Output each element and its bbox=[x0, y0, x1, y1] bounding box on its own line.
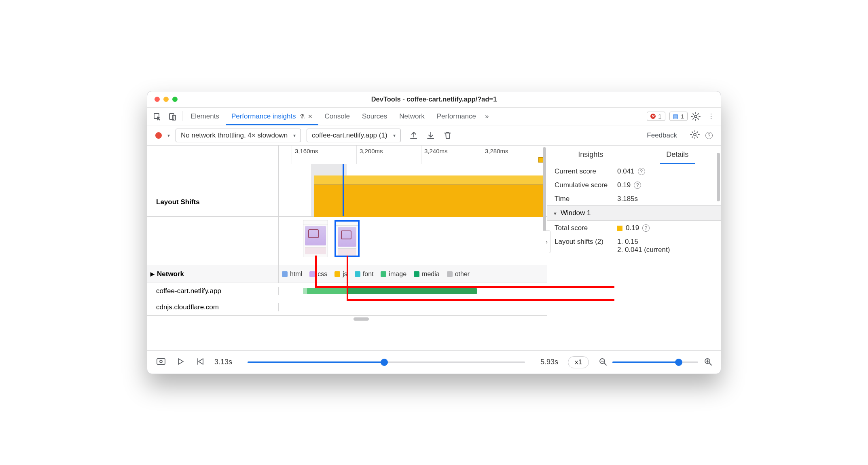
time-start: 3.13s bbox=[214, 358, 232, 366]
svg-point-3 bbox=[694, 133, 696, 136]
window-section-header[interactable]: ▼ Window 1 bbox=[547, 205, 721, 221]
tab-console[interactable]: Console bbox=[319, 108, 356, 125]
close-dot[interactable] bbox=[155, 97, 160, 102]
legend-css: css bbox=[309, 271, 327, 278]
time-end: 5.93s bbox=[540, 358, 558, 366]
network-track-header: ▶ Network html css js font image media o… bbox=[147, 265, 547, 283]
errors-badge[interactable]: ✕ 1 bbox=[647, 112, 665, 121]
legend-other: other bbox=[447, 271, 470, 278]
script-block bbox=[314, 175, 543, 184]
legend-font: font bbox=[355, 271, 374, 278]
details-tabs: Insights Details bbox=[547, 146, 721, 164]
svg-rect-0 bbox=[169, 114, 174, 119]
toolbar-icons bbox=[409, 131, 451, 140]
kv-total-score: Total score 0.19? bbox=[547, 221, 721, 235]
time-ruler[interactable]: 3,160ms 3,200ms 3,240ms 3,280ms bbox=[147, 146, 547, 164]
flask-icon: ⚗ bbox=[299, 113, 305, 120]
ruler-tick: 3,200ms bbox=[360, 148, 383, 154]
throttling-select[interactable]: No network throttling, 4× slowdown▾ bbox=[176, 129, 301, 142]
network-row[interactable]: cdnjs.cloudflare.com bbox=[147, 299, 547, 315]
legend-image: image bbox=[381, 271, 406, 278]
zoom-out-icon[interactable] bbox=[599, 357, 607, 367]
details-pane: › Insights Details Current score 0.041? … bbox=[547, 146, 721, 350]
flame-track: Layout Shifts bbox=[147, 164, 547, 217]
tab-elements[interactable]: Elements bbox=[185, 108, 225, 125]
kv-layout-shifts: Layout shifts (2) 1. 0.15 2. 0.041 (curr… bbox=[547, 235, 721, 256]
layout-shift-item[interactable]: 2. 0.041 (current) bbox=[617, 246, 670, 254]
ruler-tick: 3,240ms bbox=[424, 148, 448, 154]
upload-icon[interactable] bbox=[409, 131, 417, 140]
pane-expand-handle[interactable]: › bbox=[543, 230, 550, 253]
expand-triangle-icon: ▶ bbox=[150, 271, 155, 277]
help-icon[interactable]: ? bbox=[642, 224, 650, 232]
help-icon[interactable]: ? bbox=[638, 168, 645, 175]
minimize-dot[interactable] bbox=[163, 97, 169, 102]
more-tabs[interactable]: » bbox=[483, 108, 491, 125]
record-chevron-icon[interactable]: ▾ bbox=[167, 133, 170, 138]
timeline-footer: 3.13s 5.93s x1 bbox=[147, 350, 721, 374]
legend-js: js bbox=[334, 271, 347, 278]
ruler-tick: 3,280ms bbox=[485, 148, 508, 154]
error-dot-icon: ✕ bbox=[650, 114, 656, 119]
vertical-scrollbar[interactable] bbox=[716, 146, 721, 350]
chevron-down-icon: ▼ bbox=[553, 211, 557, 216]
zoom-in-icon[interactable] bbox=[704, 357, 712, 367]
messages-badge[interactable]: ▤ 1 bbox=[669, 112, 688, 121]
score-color-swatch bbox=[617, 226, 622, 231]
tab-insights[interactable]: Insights bbox=[547, 146, 634, 164]
tab-details[interactable]: Details bbox=[634, 146, 721, 164]
horizontal-scrollbar[interactable] bbox=[147, 315, 547, 322]
layout-shift-item[interactable]: 1. 0.15 bbox=[617, 238, 670, 246]
zoom-controls bbox=[599, 357, 712, 367]
kv-current-score: Current score 0.041? bbox=[547, 164, 721, 178]
network-row[interactable]: coffee-cart.netlify.app bbox=[147, 283, 547, 299]
window-title: DevTools - coffee-cart.netlify.app/?ad=1 bbox=[147, 95, 721, 103]
kebab-menu-icon[interactable]: ⋮ bbox=[704, 108, 718, 125]
legend-media: media bbox=[414, 271, 440, 278]
tab-label: Performance insights bbox=[231, 112, 296, 120]
kv-time: Time 3.185s bbox=[547, 192, 721, 205]
page-select[interactable]: coffee-cart.netlify.app (1)▾ bbox=[307, 129, 400, 142]
tab-sources[interactable]: Sources bbox=[356, 108, 393, 125]
close-icon[interactable]: ✕ bbox=[308, 113, 313, 120]
legend-html: html bbox=[282, 271, 302, 278]
layout-shift-thumbnail[interactable] bbox=[303, 220, 328, 257]
perf-insights-toolbar: ▾ No network throttling, 4× slowdown▾ co… bbox=[147, 125, 721, 146]
settings-gear-icon[interactable] bbox=[688, 108, 703, 125]
layout-shifts-track bbox=[147, 217, 547, 265]
panel-settings-icon[interactable] bbox=[690, 130, 700, 141]
layout-shift-thumbnail-selected[interactable] bbox=[334, 220, 360, 257]
status-badges: ✕ 1 ▤ 1 bbox=[647, 108, 688, 125]
play-icon[interactable] bbox=[176, 357, 185, 368]
network-label[interactable]: ▶ Network bbox=[147, 265, 279, 283]
timeline-area: 3,160ms 3,200ms 3,240ms 3,280ms Layout S… bbox=[147, 146, 547, 350]
record-button[interactable] bbox=[155, 132, 162, 139]
zoom-slider[interactable] bbox=[612, 361, 698, 363]
playback-speed[interactable]: x1 bbox=[568, 356, 589, 368]
device-toolbar-icon[interactable] bbox=[165, 108, 180, 125]
help-icon[interactable]: ? bbox=[705, 131, 713, 139]
devtools-tabbar: Elements Performance insights ⚗ ✕ Consol… bbox=[147, 108, 721, 125]
network-legend: html css js font image media other bbox=[279, 265, 547, 283]
svg-point-2 bbox=[694, 115, 697, 118]
tab-performance-insights[interactable]: Performance insights ⚗ ✕ bbox=[226, 108, 318, 125]
network-rows: coffee-cart.netlify.app cdnjs.cloudflare… bbox=[147, 283, 547, 315]
message-icon: ▤ bbox=[673, 114, 678, 119]
tab-performance[interactable]: Performance bbox=[431, 108, 482, 125]
download-icon[interactable] bbox=[426, 131, 434, 140]
flame-lane[interactable] bbox=[279, 164, 547, 216]
preview-icon[interactable] bbox=[156, 357, 166, 368]
mac-titlebar: DevTools - coffee-cart.netlify.app/?ad=1 bbox=[147, 91, 721, 108]
time-slider[interactable] bbox=[248, 361, 525, 363]
divider bbox=[182, 111, 182, 122]
playhead-line bbox=[343, 164, 344, 216]
zoom-dot[interactable] bbox=[172, 97, 178, 102]
kv-cumulative-score: Cumulative score 0.19? bbox=[547, 178, 721, 192]
feedback-link[interactable]: Feedback bbox=[647, 131, 677, 140]
svg-rect-4 bbox=[157, 359, 165, 364]
help-icon[interactable]: ? bbox=[634, 182, 641, 189]
tab-network[interactable]: Network bbox=[394, 108, 430, 125]
inspect-element-icon[interactable] bbox=[150, 108, 164, 125]
skip-start-icon[interactable] bbox=[195, 357, 205, 368]
trash-icon[interactable] bbox=[443, 131, 451, 140]
